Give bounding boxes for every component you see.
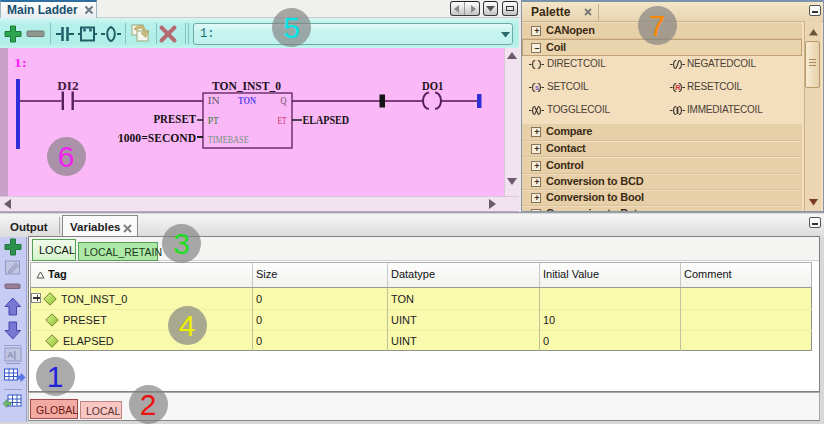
svg-text:TON: TON [238, 95, 256, 106]
svg-text:s: s [535, 83, 539, 92]
svg-text:DI2: DI2 [57, 79, 78, 93]
svg-text:PRESET: PRESET [153, 112, 196, 126]
svg-text:ET: ET [277, 115, 286, 126]
svg-text:TIMEBASE: TIMEBASE [208, 134, 249, 145]
svg-text:IN: IN [208, 95, 220, 106]
svg-text:PT: PT [208, 115, 219, 126]
svg-text:ELAPSED: ELAPSED [303, 113, 350, 127]
svg-text:1:: 1: [14, 56, 27, 70]
svg-text:DO1: DO1 [422, 79, 443, 93]
svg-text:TON_INST_0: TON_INST_0 [212, 79, 281, 93]
svg-text:1000=SECOND: 1000=SECOND [118, 131, 196, 145]
svg-text:R: R [675, 83, 681, 92]
svg-text:Q: Q [281, 95, 288, 106]
svg-text:A|: A| [7, 350, 16, 360]
